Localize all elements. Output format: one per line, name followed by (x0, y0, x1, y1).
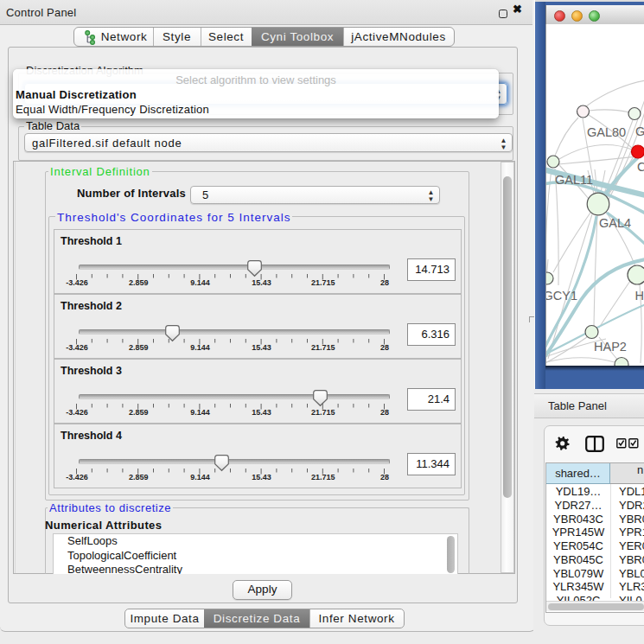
svg-text:GAL4: GAL4 (599, 216, 631, 230)
svg-text:GA: GA (635, 124, 644, 138)
svg-text:GCY1: GCY1 (546, 289, 577, 303)
svg-text:C: C (637, 160, 644, 174)
svg-text:HAP2: HAP2 (594, 340, 627, 354)
svg-text:HI: HI (635, 289, 644, 303)
svg-text:GAL80: GAL80 (587, 125, 626, 139)
svg-text:GAL11: GAL11 (555, 173, 593, 187)
